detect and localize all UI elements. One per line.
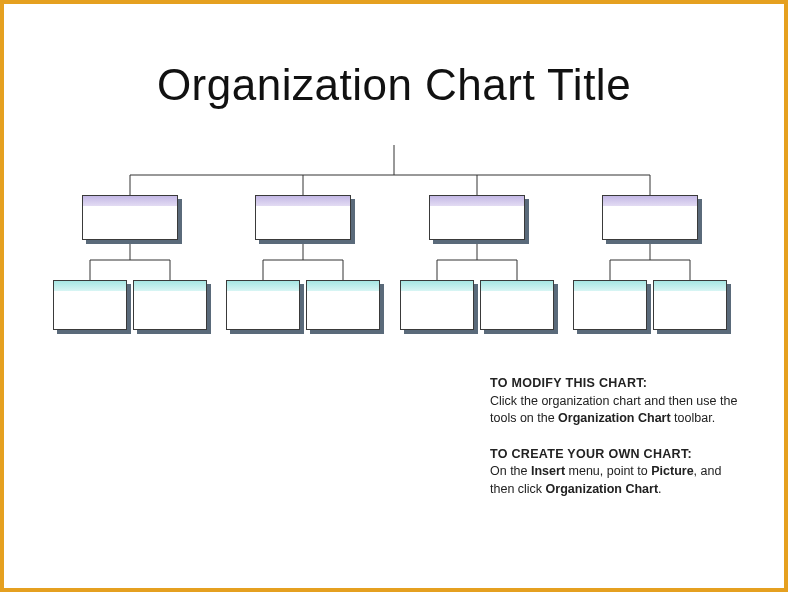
- org-node-level3[interactable]: [133, 280, 207, 330]
- create-bold-a: Insert: [531, 464, 565, 478]
- org-node-level3[interactable]: [400, 280, 474, 330]
- instructions-panel: TO MODIFY THIS CHART: Click the organiza…: [490, 375, 740, 516]
- create-text-a: On the: [490, 464, 531, 478]
- org-node-level2[interactable]: [82, 195, 178, 240]
- org-node-level2[interactable]: [602, 195, 698, 240]
- org-node-level3[interactable]: [573, 280, 647, 330]
- create-text-d: .: [658, 482, 661, 496]
- create-instructions: TO CREATE YOUR OWN CHART: On the Insert …: [490, 446, 740, 499]
- modify-instructions: TO MODIFY THIS CHART: Click the organiza…: [490, 375, 740, 428]
- org-node-level3[interactable]: [226, 280, 300, 330]
- create-bold-c: Organization Chart: [546, 482, 659, 496]
- modify-bold-a: Organization Chart: [558, 411, 671, 425]
- org-node-level3[interactable]: [53, 280, 127, 330]
- create-text-b: menu, point to: [565, 464, 651, 478]
- org-node-level3[interactable]: [480, 280, 554, 330]
- modify-heading: TO MODIFY THIS CHART:: [490, 376, 647, 390]
- org-node-level3[interactable]: [306, 280, 380, 330]
- modify-text-b: toolbar.: [671, 411, 715, 425]
- chart-title: Organization Chart Title: [0, 60, 788, 110]
- org-node-level2[interactable]: [429, 195, 525, 240]
- create-heading: TO CREATE YOUR OWN CHART:: [490, 447, 692, 461]
- create-bold-b: Picture: [651, 464, 693, 478]
- org-node-level3[interactable]: [653, 280, 727, 330]
- org-node-level2[interactable]: [255, 195, 351, 240]
